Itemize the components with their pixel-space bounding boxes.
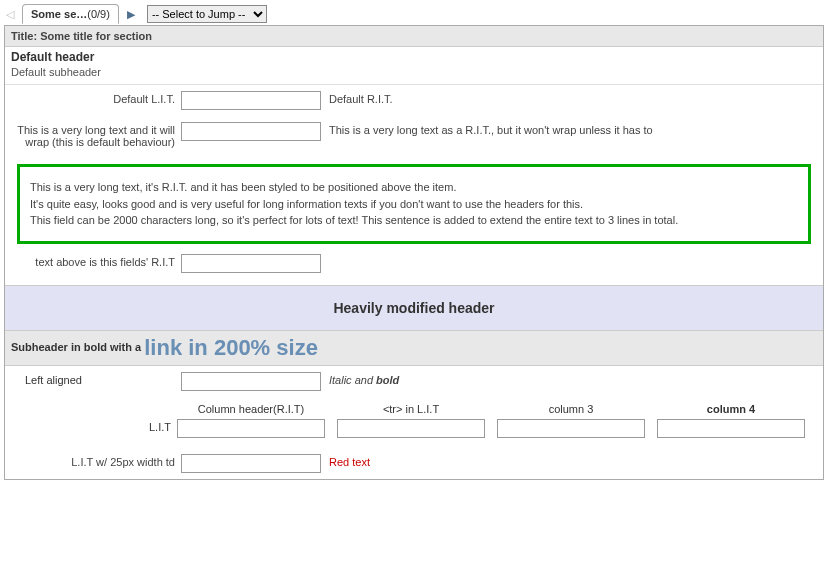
field-row-default: Default L.I.T. Default R.I.T. (5, 85, 823, 116)
rit-italic-bold-word: bold (376, 374, 399, 386)
rit-italic-pre: Italic and (329, 374, 376, 386)
section-title: Title: Some title for section (5, 26, 823, 47)
columns-row: L.I.T Column header(R.I.T) <tr> in L.I.T… (5, 397, 823, 448)
default-subheader: Default subheader (5, 64, 823, 85)
next-arrow-icon[interactable]: ▶ (125, 8, 137, 21)
field-row-longtext: This is a very long text and it will wra… (5, 116, 823, 154)
input-long[interactable] (181, 122, 321, 141)
tab-section[interactable]: Some se…(0/9) (22, 4, 119, 24)
input-default[interactable] (181, 91, 321, 110)
input-below-box[interactable] (181, 254, 321, 273)
default-header: Default header (5, 47, 823, 64)
col-input-2[interactable] (337, 419, 485, 438)
lit-left-align: Left aligned (11, 372, 181, 386)
lit-below-box: text above is this fields' R.I.T (11, 254, 181, 268)
col-head-1: Column header(R.I.T) (177, 403, 325, 419)
lit-default: Default L.I.T. (11, 91, 181, 105)
col-input-3[interactable] (497, 419, 645, 438)
field-row-below-box: text above is this fields' R.I.T (5, 248, 823, 279)
rit-above-l2: It's quite easy, looks good and is very … (30, 196, 798, 213)
lit-25px: L.I.T w/ 25px width td (11, 454, 181, 468)
subheader-pre: Subheader in bold with a (11, 340, 144, 352)
rit-above-box: This is a very long text, it's R.I.T. an… (17, 164, 811, 244)
col-head-4: column 4 (657, 403, 805, 419)
rit-long: This is a very long text as a R.I.T., bu… (321, 122, 653, 136)
rit-above-l3: This field can be 2000 characters long, … (30, 212, 798, 229)
main-panel: Title: Some title for section Default he… (4, 25, 824, 480)
input-left-align[interactable] (181, 372, 321, 391)
input-25px[interactable] (181, 454, 321, 473)
rit-above-l1: This is a very long text, it's R.I.T. an… (30, 179, 798, 196)
col-input-1[interactable] (177, 419, 325, 438)
rit-default: Default R.I.T. (321, 91, 393, 105)
field-row-left-align: Left aligned Italic and bold (5, 366, 823, 397)
tab-count: (0/9) (87, 8, 110, 20)
tab-label: Some se… (31, 8, 87, 20)
col-head-2: <tr> in L.I.T (337, 403, 485, 419)
jump-select[interactable]: -- Select to Jump -- (147, 5, 267, 23)
subheader-link[interactable]: link in 200% size (144, 335, 318, 360)
modified-header: Heavily modified header (5, 285, 823, 331)
rit-italic-bold: Italic and bold (321, 372, 399, 386)
prev-arrow-icon: ◁ (4, 8, 16, 21)
field-row-25px: L.I.T w/ 25px width td Red text (5, 448, 823, 479)
cols-lit: L.I.T (11, 403, 177, 433)
col-input-4[interactable] (657, 419, 805, 438)
lit-long: This is a very long text and it will wra… (11, 122, 181, 148)
rit-red: Red text (321, 454, 370, 468)
modified-subheader: Subheader in bold with a link in 200% si… (5, 331, 823, 366)
col-head-3: column 3 (497, 403, 645, 419)
